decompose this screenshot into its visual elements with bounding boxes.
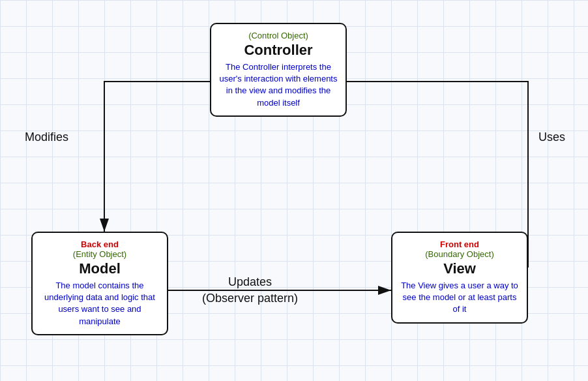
controller-description: The Controller interprets the user's int… bbox=[219, 61, 338, 109]
view-label-green: (Boundary Object) bbox=[400, 249, 519, 259]
uses-label: Uses bbox=[538, 130, 565, 144]
view-label-red: Front end bbox=[400, 239, 519, 249]
controller-title: Controller bbox=[219, 42, 338, 59]
controller-label-green: (Control Object) bbox=[219, 31, 338, 40]
view-description: The View gives a user a way to see the m… bbox=[400, 280, 519, 316]
model-box: Back end (Entity Object) Model The model… bbox=[31, 232, 168, 335]
model-label-red: Back end bbox=[40, 239, 159, 249]
updates-label-text: Updates (Observer pattern) bbox=[202, 275, 298, 305]
model-description: The model contains the underlying data a… bbox=[40, 280, 159, 328]
model-label-green: (Entity Object) bbox=[40, 249, 159, 259]
updates-label: Updates (Observer pattern) bbox=[202, 274, 298, 307]
view-title: View bbox=[400, 260, 519, 277]
modifies-label: Modifies bbox=[25, 130, 68, 144]
model-title: Model bbox=[40, 260, 159, 277]
controller-box: (Control Object) Controller The Controll… bbox=[210, 23, 347, 117]
mvc-diagram: (Control Object) Controller The Controll… bbox=[0, 0, 588, 381]
view-box: Front end (Boundary Object) View The Vie… bbox=[391, 232, 528, 324]
